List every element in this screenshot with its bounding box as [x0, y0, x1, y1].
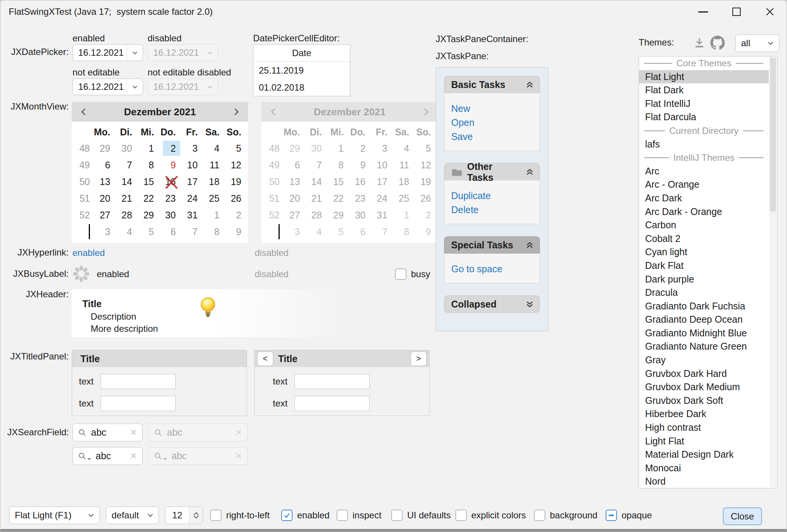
- opaque-checkbox[interactable]: opaque: [606, 507, 652, 524]
- themes-scrollbar[interactable]: [769, 57, 777, 488]
- theme-item[interactable]: Gruvbox Dark Soft: [639, 394, 769, 408]
- close-button[interactable]: Close: [723, 507, 762, 525]
- search-icon[interactable]: [78, 428, 87, 437]
- theme-item[interactable]: High contrast: [639, 421, 769, 435]
- theme-item[interactable]: Carbon: [639, 218, 769, 232]
- calendar-day[interactable]: 2: [224, 207, 246, 223]
- font-size-spinner[interactable]: 12: [165, 507, 203, 524]
- taskpane-link[interactable]: Duplicate: [451, 189, 540, 203]
- calendar-day[interactable]: 31: [180, 207, 202, 223]
- calendar-day[interactable]: 16: [159, 174, 181, 189]
- theme-item[interactable]: Cyan light: [639, 245, 769, 259]
- calendar-day[interactable]: 30: [115, 141, 137, 156]
- search-field[interactable]: abc: [72, 424, 143, 441]
- themes-filter-combobox[interactable]: all: [735, 35, 779, 52]
- clear-icon[interactable]: [130, 450, 137, 461]
- calendar-day[interactable]: 4: [115, 224, 137, 239]
- theme-item[interactable]: Gradianto Midnight Blue: [639, 326, 769, 340]
- taskpane-link[interactable]: Save: [451, 130, 540, 144]
- theme-item[interactable]: Dracula: [639, 286, 769, 300]
- calendar-day[interactable]: 26: [224, 191, 246, 206]
- theme-item[interactable]: Dark Flat: [639, 259, 769, 273]
- search-field[interactable]: abc: [72, 447, 143, 465]
- calendar-day[interactable]: 29: [93, 141, 115, 156]
- theme-item[interactable]: Gradianto Deep Ocean: [639, 313, 769, 326]
- calendar-day[interactable]: 28: [115, 207, 137, 223]
- maximize-button[interactable]: [720, 0, 753, 23]
- theme-item[interactable]: Flat IntelliJ: [639, 97, 769, 111]
- theme-item[interactable]: Arc: [639, 165, 769, 178]
- text-input[interactable]: [294, 396, 370, 411]
- laf-combobox[interactable]: Flat Light (F1): [9, 507, 100, 524]
- calendar-day[interactable]: 1: [202, 207, 224, 223]
- scrollbar-thumb[interactable]: [770, 58, 776, 212]
- right-to-left-checkbox[interactable]: right-to-left: [210, 507, 270, 524]
- calendar-day[interactable]: 3: [93, 224, 115, 239]
- calendar-day[interactable]: 7: [115, 157, 137, 173]
- clear-icon[interactable]: [130, 427, 137, 438]
- calendar-day[interactable]: 19: [224, 174, 246, 189]
- theme-item[interactable]: Material Design Dark: [639, 448, 769, 461]
- calendar-day[interactable]: 13: [93, 174, 115, 189]
- download-themes-button[interactable]: [692, 36, 707, 50]
- date-picker-dropdown-button[interactable]: [127, 79, 143, 95]
- calendar-day[interactable]: 4: [202, 141, 224, 156]
- theme-item[interactable]: Dark purple: [639, 273, 769, 286]
- calendar-prev-button[interactable]: [78, 108, 89, 116]
- calendar-day[interactable]: 2: [159, 141, 181, 156]
- date-cell[interactable]: 25.11.2019: [253, 62, 350, 79]
- theme-item[interactable]: Arc Dark - Orange: [639, 205, 769, 219]
- calendar-day[interactable]: 25: [202, 191, 224, 206]
- date-picker-field[interactable]: 16.12.2021: [72, 44, 143, 61]
- calendar-day[interactable]: 6: [159, 224, 181, 239]
- theme-item[interactable]: Cobalt 2: [639, 232, 769, 246]
- calendar-day[interactable]: 29: [137, 207, 159, 223]
- background-checkbox[interactable]: background: [534, 507, 597, 524]
- theme-item[interactable]: lafs: [639, 138, 769, 151]
- calendar-day[interactable]: 11: [202, 157, 224, 173]
- taskpane-header[interactable]: Collapsed: [444, 295, 540, 313]
- minimize-button[interactable]: [686, 0, 720, 23]
- inspect-checkbox[interactable]: inspect: [337, 507, 381, 524]
- theme-item[interactable]: Flat Light: [639, 70, 769, 84]
- collapse-chevrons-icon[interactable]: [525, 168, 534, 177]
- calendar-day[interactable]: 22: [137, 191, 159, 206]
- calendar-day[interactable]: 23: [159, 191, 181, 206]
- search-with-menu-icon[interactable]: [78, 452, 91, 460]
- calendar-day[interactable]: 20: [93, 191, 115, 206]
- theme-item[interactable]: Nord: [639, 475, 769, 488]
- calendar-day[interactable]: 14: [115, 174, 137, 189]
- calendar-day[interactable]: 21: [115, 191, 137, 206]
- calendar-day[interactable]: 18: [202, 174, 224, 189]
- calendar-day[interactable]: 8: [202, 224, 224, 239]
- taskpane-link[interactable]: Go to space: [451, 262, 540, 276]
- enabled-checkbox[interactable]: enabled: [281, 507, 329, 524]
- calendar-day[interactable]: 8: [137, 157, 159, 173]
- calendar-next-button[interactable]: [231, 108, 242, 116]
- theme-item[interactable]: Gradianto Dark Fuchsia: [639, 300, 769, 313]
- text-input[interactable]: [294, 374, 370, 389]
- theme-item[interactable]: Flat Darcula: [639, 110, 769, 124]
- taskpane-link[interactable]: Delete: [451, 203, 540, 217]
- date-picker-field[interactable]: 16.12.2021: [72, 78, 143, 95]
- theme-item[interactable]: Monocai: [639, 461, 769, 475]
- theme-item[interactable]: Arc - Orange: [639, 178, 769, 191]
- calendar-day[interactable]: 10: [180, 157, 202, 173]
- calendar-day[interactable]: 17: [180, 174, 202, 189]
- taskpane-header[interactable]: Special Tasks: [444, 236, 540, 254]
- taskpane-header[interactable]: Other Tasks: [444, 163, 540, 180]
- calendar-day[interactable]: 30: [159, 207, 181, 223]
- taskpane-header[interactable]: Basic Tasks: [444, 76, 540, 93]
- calendar-day[interactable]: 7: [180, 224, 202, 239]
- calendar-day[interactable]: 5: [224, 141, 246, 156]
- calendar-day[interactable]: 15: [137, 174, 159, 189]
- collapse-chevrons-icon[interactable]: [525, 80, 534, 89]
- title-right-arrow-button[interactable]: >: [411, 352, 426, 366]
- theme-item[interactable]: Gruvbox Dark Medium: [639, 380, 769, 394]
- calendar-day[interactable]: 9: [159, 157, 181, 173]
- explicit-colors-checkbox[interactable]: explicit colors: [455, 507, 526, 524]
- taskpane-link[interactable]: New: [451, 102, 540, 116]
- date-picker-dropdown-button[interactable]: [127, 45, 143, 61]
- theme-item[interactable]: Light Flat: [639, 435, 769, 448]
- calendar-day[interactable]: 27: [93, 207, 115, 223]
